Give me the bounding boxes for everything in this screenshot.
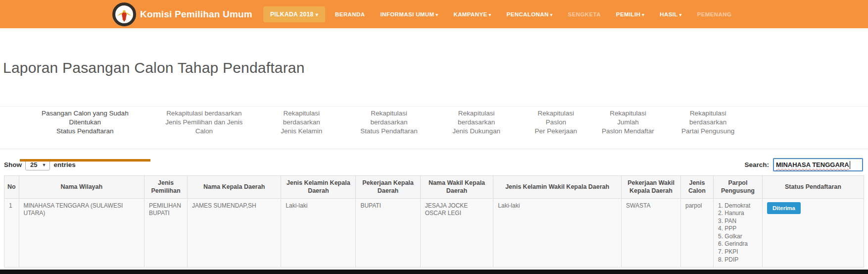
tab-label: Jenis Kelamin — [266, 127, 338, 136]
brand-title: Komisi Pemilihan Umum — [140, 9, 252, 20]
page: Komisi Pemilihan Umum PILKADA 2018▾ BERA… — [0, 0, 868, 274]
table-row: 1 MINAHASA TENGGARA (SULAWESI UTARA) PEM… — [4, 198, 864, 268]
parpol-item: 5. Golkar — [718, 233, 758, 241]
menu-label: KAMPANYE — [453, 11, 487, 17]
tab-label: Per Pekerjaan — [528, 127, 584, 136]
menu-label: BERANDA — [335, 11, 365, 17]
tab-label: Status Pendaftaran — [28, 127, 143, 136]
tab-bar: Pasangan Calon yang Sudah DitentukanStat… — [0, 106, 868, 149]
tab-label: Rekapitulasi berdasarkan — [158, 109, 250, 118]
paslon-table: No Nama Wilayah Jenis Pemilihan Nama Kep… — [4, 175, 864, 268]
main-menu: BERANDA INFORMASI UMUM▾ KAMPANYE▾ PENCAL… — [335, 11, 731, 17]
col-header-pekerjaan-kepala-daerah[interactable]: Pekerjaan Kepala Daerah — [356, 176, 420, 199]
menu-label: SENGKETA — [568, 11, 601, 17]
col-header-jenis-pemilihan[interactable]: Jenis Pemilihan — [145, 176, 188, 199]
chevron-down-icon: ▾ — [550, 12, 553, 17]
tab-rekap-status-pendaftaran[interactable]: Rekapitulasi berdasarkanStatus Pendaftar… — [345, 109, 433, 149]
kpu-logo-icon — [112, 2, 136, 26]
show-label: Show — [4, 161, 22, 168]
tab-rekap-jenis-kelamin[interactable]: Rekapitulasi berdasarkanJenis Kelamin — [258, 109, 345, 149]
col-header-jenis-calon[interactable]: Jenis Calon — [680, 176, 713, 199]
col-header-nama-kepala-daerah[interactable]: Nama Kepala Daerah — [187, 176, 281, 199]
tab-rekap-jenis-dukungan[interactable]: Rekapitulasi berdasarkanJenis Dukungan — [433, 109, 520, 149]
cell-pekerjaan-wakil: SWASTA — [622, 198, 681, 268]
parpol-item: 6. Gerindra — [718, 240, 758, 248]
cell-nama-kepala: JAMES SUMENDAP,SH — [187, 198, 281, 268]
menu-label: HASIL — [660, 11, 678, 17]
entries-label: entries — [53, 161, 75, 168]
tab-rekap-partai-pengusung[interactable]: Rekapitulasi berdasarkanPartai Pengusung — [664, 109, 752, 149]
cell-pekerjaan-kepala: BUPATI — [356, 198, 420, 268]
menu-item-sengketa[interactable]: SENGKETA — [568, 11, 601, 17]
col-header-no[interactable]: No — [4, 176, 19, 199]
pilkada-2018-button[interactable]: PILKADA 2018▾ — [263, 6, 325, 22]
page-length-value: 25 — [30, 161, 37, 168]
tab-label: Jenis Dukungan — [440, 127, 512, 136]
tab-paslon-status-pendaftaran[interactable]: Pasangan Calon yang Sudah DitentukanStat… — [20, 109, 150, 149]
col-header-jk-kepala-daerah[interactable]: Jenis Kelamin Kepala Daerah — [281, 176, 356, 199]
footer-edge — [0, 270, 868, 274]
menu-item-hasil[interactable]: HASIL▾ — [660, 11, 681, 17]
menu-item-beranda[interactable]: BERANDA — [335, 11, 365, 17]
menu-item-pencalonan[interactable]: PENCALONAN▾ — [507, 11, 553, 17]
menu-label: INFORMASI UMUM — [380, 11, 434, 17]
cell-jenis-pemilihan: PEMILIHAN BUPATI — [145, 198, 188, 268]
page-title: Laporan Pasangan Calon Tahap Pendaftaran — [3, 59, 868, 76]
tab-label: Status Pendaftaran — [353, 127, 425, 136]
text-cursor — [850, 161, 850, 169]
pilkada-2018-label: PILKADA 2018 — [270, 11, 314, 18]
tab-label: Paslon Mendaftar — [600, 127, 657, 136]
tab-rekap-paslon-per-pekerjaan[interactable]: Rekapitulasi PaslonPer Pekerjaan — [520, 109, 592, 149]
col-header-nama-wakil[interactable]: Nama Wakil Kepala Daerah — [420, 176, 493, 199]
status-badge[interactable]: Diterima — [767, 202, 801, 215]
col-header-jk-wakil[interactable]: Jenis Kelamin Wakil Kepala Daerah — [493, 176, 622, 199]
chevron-down-icon: ▾ — [642, 12, 644, 17]
chevron-down-icon: ▾ — [316, 12, 318, 17]
col-header-status-pendaftaran[interactable]: Status Pendaftaran — [762, 176, 864, 199]
tab-rekap-jenis-pemilihan-dan-calon[interactable]: Rekapitulasi berdasarkanJenis Pemilihan … — [150, 109, 258, 149]
menu-item-pemenang[interactable]: PEMENANG — [697, 11, 732, 17]
search-control: Search: MINAHASA TENGGARA — [744, 158, 863, 171]
col-header-nama-wilayah[interactable]: Nama Wilayah — [19, 176, 145, 199]
tab-label: Rekapitulasi berdasarkan — [672, 109, 744, 127]
parpol-item: 1. Demokrat — [718, 202, 758, 210]
tab-label: Pasangan Calon yang Sudah Ditentukan — [28, 109, 143, 127]
cell-nama-wakil: JESAJA JOCKE OSCAR LEGI — [420, 198, 493, 268]
tab-label: Partai Pengusung — [672, 127, 744, 136]
cell-nama-wilayah: MINAHASA TENGGARA (SULAWESI UTARA) — [19, 198, 145, 268]
col-header-parpol-pengusung[interactable]: Parpol Pengusung — [713, 176, 762, 199]
menu-item-kampanye[interactable]: KAMPANYE▾ — [453, 11, 491, 17]
table-header-row: No Nama Wilayah Jenis Pemilihan Nama Kep… — [4, 176, 864, 199]
search-input-value: MINAHASA TENGGARA — [776, 161, 849, 168]
parpol-item: 4. PPP — [718, 225, 758, 233]
parpol-item: 3. PAN — [718, 218, 758, 225]
tab-rekap-jumlah-paslon-mendaftar[interactable]: Rekapitulasi JumlahPaslon Mendaftar — [592, 109, 665, 149]
tab-label: Rekapitulasi berdasarkan — [353, 109, 425, 127]
search-label: Search: — [744, 161, 769, 168]
tab-label: Jenis Pemilihan dan Jenis Calon — [158, 118, 250, 136]
tab-label: Rekapitulasi berdasarkan — [266, 109, 338, 127]
chevron-down-icon: ▼ — [42, 163, 46, 167]
menu-label: PEMILIH — [616, 11, 640, 17]
navbar-container: Komisi Pemilihan Umum PILKADA 2018▾ BERA… — [112, 2, 756, 26]
tab-label: Rekapitulasi Paslon — [528, 109, 584, 127]
menu-item-pemilih[interactable]: PEMILIH▾ — [616, 11, 644, 17]
menu-label: PENCALONAN — [507, 11, 549, 17]
cell-no: 1 — [4, 198, 19, 268]
cell-jk-wakil: Laki-laki — [493, 198, 622, 268]
parpol-item: 8. PDIP — [718, 256, 758, 264]
parpol-item: 7. PKPI — [718, 248, 758, 256]
search-input[interactable]: MINAHASA TENGGARA — [773, 158, 863, 171]
tab-label: Rekapitulasi Jumlah — [600, 109, 657, 127]
cell-parpol-pengusung: 1. Demokrat 2. Hanura 3. PAN 4. PPP 5. G… — [713, 198, 762, 268]
top-navbar: Komisi Pemilihan Umum PILKADA 2018▾ BERA… — [0, 0, 868, 28]
parpol-item: 2. Hanura — [718, 210, 758, 218]
chevron-down-icon: ▾ — [436, 12, 438, 17]
tab-label: Rekapitulasi berdasarkan — [440, 109, 512, 127]
col-header-pekerjaan-wakil[interactable]: Pekerjaan Wakil Kepala Daerah — [622, 176, 681, 199]
chevron-down-icon: ▾ — [679, 12, 682, 17]
menu-label: PEMENANG — [697, 11, 732, 17]
menu-item-informasi-umum[interactable]: INFORMASI UMUM▾ — [380, 11, 438, 17]
cell-jenis-calon: parpol — [680, 198, 713, 268]
chevron-down-icon: ▾ — [489, 12, 491, 17]
